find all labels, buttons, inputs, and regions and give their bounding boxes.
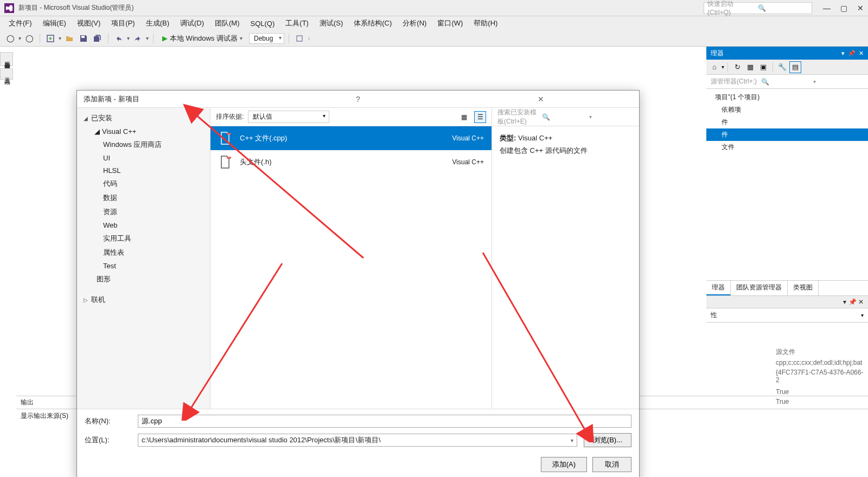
properties-icon[interactable]: ▤ bbox=[789, 61, 801, 73]
category-item[interactable]: 资源 bbox=[77, 205, 210, 219]
view-small-icons-icon[interactable]: ▦ bbox=[458, 111, 470, 123]
dialog-titlebar: 添加新项 - 新项目 ? ✕ bbox=[77, 91, 639, 108]
panel-tab[interactable]: 类视图 bbox=[788, 281, 819, 295]
category-item[interactable]: HLSL bbox=[77, 164, 210, 177]
pin-icon[interactable]: 📌 bbox=[848, 50, 856, 57]
sort-dropdown[interactable]: 默认值 bbox=[248, 111, 329, 123]
panel-tab[interactable]: 理器 bbox=[706, 281, 731, 295]
category-item[interactable]: 代码 bbox=[77, 177, 210, 191]
template-item[interactable]: C++ 文件(.cpp)Visual C++ bbox=[210, 126, 492, 150]
show-all-icon[interactable]: ▦ bbox=[744, 61, 756, 73]
category-item[interactable]: UI bbox=[77, 152, 210, 164]
nav-fwd-icon[interactable]: ◯ bbox=[23, 33, 35, 44]
template-item[interactable]: 头文件(.h)Visual C++ bbox=[210, 150, 492, 174]
dialog-close-icon[interactable]: ✕ bbox=[450, 95, 633, 104]
refresh-icon[interactable]: ↻ bbox=[731, 61, 743, 73]
start-debug-button[interactable]: ▶ 本地 Windows 调试器 ▾ bbox=[158, 33, 247, 44]
solution-tree: 项目"(1 个项目) 依赖项件件文件 bbox=[706, 89, 868, 156]
category-item[interactable]: 数据 bbox=[77, 191, 210, 205]
menu-item[interactable]: 编辑(E) bbox=[39, 17, 71, 29]
redo-icon[interactable] bbox=[132, 33, 144, 44]
tree-installed[interactable]: ◢已安装 bbox=[77, 111, 210, 125]
vertical-tab[interactable]: 工具箱 bbox=[0, 68, 13, 80]
category-item[interactable]: Windows 应用商店 bbox=[77, 138, 210, 152]
solution-explorer-header: 理器 ▾ 📌 ✕ bbox=[706, 47, 868, 60]
category-item[interactable]: Test bbox=[77, 260, 210, 272]
menu-item[interactable]: SQL(Q) bbox=[246, 18, 279, 29]
wrench-icon[interactable]: 🔧 bbox=[776, 61, 788, 73]
location-field-row: 位置(L): c:\Users\administrator\documents\… bbox=[85, 433, 631, 447]
menu-item[interactable]: 视图(V) bbox=[73, 17, 105, 29]
properties-grid: 源文件cpp;c;cc;cxx;def;odl;idl;hpj;bat{4FC7… bbox=[706, 344, 868, 409]
category-item[interactable]: Web bbox=[77, 219, 210, 231]
name-input[interactable] bbox=[138, 415, 631, 428]
quick-launch-input[interactable]: 快速启动 (Ctrl+Q) 🔍 bbox=[704, 2, 812, 14]
menu-item[interactable]: 项目(P) bbox=[107, 17, 139, 29]
tree-graphics[interactable]: 图形 bbox=[77, 272, 210, 286]
collapse-icon[interactable]: ▣ bbox=[757, 61, 769, 73]
window-controls: — ▢ ✕ bbox=[823, 4, 864, 12]
location-combo[interactable]: c:\Users\administrator\documents\visual … bbox=[138, 434, 577, 447]
titlebar: 新项目 - Microsoft Visual Studio(管理员) 快速启动 … bbox=[0, 0, 868, 16]
nav-back-icon[interactable]: ◯ bbox=[4, 33, 16, 44]
menu-item[interactable]: 文件(F) bbox=[4, 17, 36, 29]
name-label: 名称(N): bbox=[85, 416, 131, 426]
menu-item[interactable]: 分析(N) bbox=[398, 17, 431, 29]
tree-visual-cpp[interactable]: ◢Visual C++ bbox=[77, 125, 210, 138]
file-icon bbox=[218, 131, 232, 145]
category-item[interactable]: 属性表 bbox=[77, 246, 210, 260]
maximize-icon[interactable]: ▢ bbox=[840, 4, 847, 12]
svg-point-5 bbox=[227, 157, 229, 159]
template-search-input[interactable]: 搜索已安装模板(Ctrl+E) 🔍 ▾ bbox=[492, 108, 639, 126]
menu-item[interactable]: 生成(B) bbox=[142, 17, 174, 29]
undo-icon[interactable] bbox=[113, 33, 125, 44]
open-icon[interactable] bbox=[63, 33, 75, 44]
extension-icon[interactable] bbox=[293, 33, 305, 44]
config-dropdown[interactable]: Debug bbox=[249, 33, 284, 44]
view-list-icon[interactable]: ☰ bbox=[474, 111, 486, 123]
solution-search-input[interactable]: 源管理器(Ctrl+;) 🔍 ▾ bbox=[706, 75, 868, 89]
category-item[interactable]: 实用工具 bbox=[77, 231, 210, 246]
tree-item[interactable]: 依赖项 bbox=[706, 104, 868, 116]
search-icon: 🔍 bbox=[542, 113, 586, 121]
dialog-title: 添加新项 - 新项目 bbox=[84, 94, 266, 104]
add-button[interactable]: 添加(A) bbox=[541, 457, 587, 472]
name-field-row: 名称(N): bbox=[85, 415, 631, 428]
tree-item[interactable]: 件 bbox=[706, 128, 868, 141]
close-panel-icon[interactable]: ✕ bbox=[859, 50, 864, 57]
save-all-icon[interactable] bbox=[92, 33, 104, 44]
window-title: 新项目 - Microsoft Visual Studio(管理员) bbox=[18, 3, 704, 12]
menu-item[interactable]: 团队(M) bbox=[210, 17, 244, 29]
solution-toolbar: ⌂ ▾ ↻ ▦ ▣ 🔧 ▤ bbox=[706, 60, 868, 75]
vertical-tab[interactable]: 服务器资源管理器 bbox=[0, 52, 13, 66]
pin-icon[interactable]: 📌 bbox=[848, 298, 857, 306]
help-icon[interactable]: ? bbox=[266, 95, 449, 104]
svg-point-3 bbox=[227, 133, 229, 135]
minimize-icon[interactable]: — bbox=[823, 4, 831, 12]
home-icon[interactable]: ⌂ bbox=[709, 61, 720, 73]
close-icon[interactable]: ✕ bbox=[857, 4, 864, 12]
tree-item[interactable]: 文件 bbox=[706, 141, 868, 153]
dialog-buttons: 添加(A) 取消 bbox=[77, 453, 639, 477]
svg-point-6 bbox=[229, 157, 231, 159]
menu-item[interactable]: 体系结构(C) bbox=[349, 17, 396, 29]
property-row: cpp;c;cc;cxx;def;odl;idl;hpj;bat bbox=[706, 358, 868, 368]
browse-button[interactable]: 浏览(B)... bbox=[584, 433, 631, 447]
new-project-icon[interactable] bbox=[44, 33, 56, 44]
save-icon[interactable] bbox=[78, 33, 90, 44]
close-panel-icon[interactable]: ✕ bbox=[858, 298, 864, 306]
tree-online[interactable]: ▷联机 bbox=[77, 293, 210, 307]
tree-item[interactable]: 件 bbox=[706, 116, 868, 128]
tree-solution[interactable]: 项目"(1 个项目) bbox=[706, 91, 868, 104]
svg-rect-2 bbox=[297, 36, 302, 41]
dropdown-icon[interactable]: ▾ bbox=[841, 50, 845, 57]
menu-item[interactable]: 窗口(W) bbox=[433, 17, 467, 29]
dropdown-icon[interactable]: ▾ bbox=[843, 298, 846, 306]
menu-item[interactable]: 帮助(H) bbox=[469, 17, 502, 29]
menu-item[interactable]: 测试(S) bbox=[315, 17, 347, 29]
menu-item[interactable]: 工具(T) bbox=[281, 17, 313, 29]
panel-tab[interactable]: 团队资源管理器 bbox=[731, 281, 788, 295]
menu-item[interactable]: 调试(D) bbox=[176, 17, 208, 29]
dialog-category-tree: ◢已安装 ◢Visual C++ Windows 应用商店UIHLSL代码数据资… bbox=[77, 108, 210, 409]
cancel-button[interactable]: 取消 bbox=[592, 457, 631, 472]
